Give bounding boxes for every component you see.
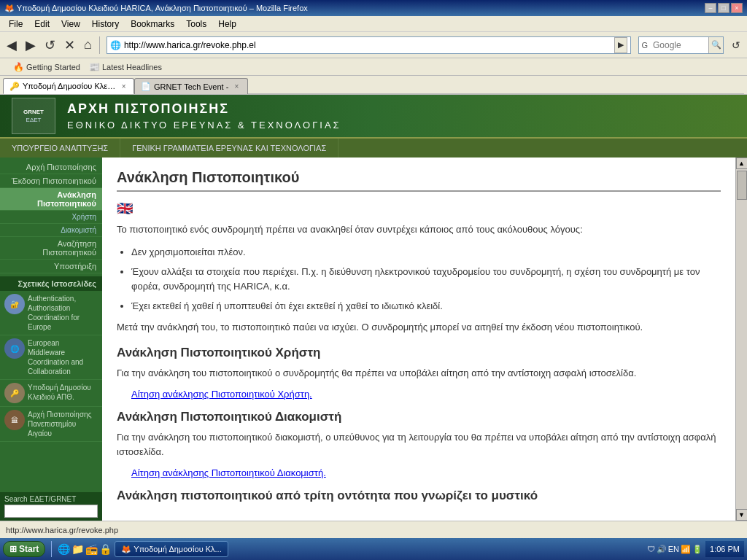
home-button[interactable]: ⌂ xyxy=(80,35,96,55)
stop-button[interactable]: ✕ xyxy=(61,35,79,55)
headlines-icon: 📰 xyxy=(89,62,100,72)
main-content: Ανάκληση Πιστοποιητικού 🇬🇧 Το πιστοποιητ… xyxy=(102,158,735,521)
taskbar-icon-media: 📻 xyxy=(85,543,98,555)
bookmarks-bar: 🔥 Getting Started 📰 Latest Headlines xyxy=(0,58,747,76)
related-item-2[interactable]: 🔑 Υποδομή Δημοσίου Κλειδιού ΑΠΘ. xyxy=(0,380,102,407)
tab-0-close[interactable]: × xyxy=(120,81,128,91)
refresh-icon[interactable]: ↺ xyxy=(728,35,744,55)
maximize-button[interactable]: □ xyxy=(718,3,729,13)
reload-button[interactable]: ↺ xyxy=(41,35,59,55)
forward-button[interactable]: ▶ xyxy=(22,35,39,55)
sidebar-nav: Αρχή Πιστοποίησης Έκδοση Πιστοποιητικού … xyxy=(0,158,102,276)
site-banner: GRNET ΕΔΕΤ ΑΡΧΗ ΠΙΣΤΟΠΟΙΗΣΗΣ ΕΘΝΙΚΟ ΔΙΚΤ… xyxy=(0,95,747,139)
toolbar-separator xyxy=(99,36,100,54)
tray-icon-3: 📶 xyxy=(681,545,691,554)
sidebar-nav-anaklisi[interactable]: Ανάκληση Πιστοποιητικού xyxy=(0,188,102,211)
sidebar-nav-anazitisi[interactable]: Αναζήτηση Πιστοποιητικού xyxy=(0,237,102,260)
taskbar-icon-folder: 📁 xyxy=(71,543,84,555)
reason-1: Έχουν αλλάξει τα στοιχεία που περιέχει. … xyxy=(131,265,721,295)
related-section-title: Σχετικές Ιστοσελίδες xyxy=(0,276,102,291)
related-item-0[interactable]: 🔐 Authentication, Authorisation Coordina… xyxy=(0,291,102,335)
taskbar-icon-other: 🔒 xyxy=(99,543,112,555)
titlebar-controls[interactable]: – □ × xyxy=(705,3,743,13)
sidebar-nav-xristi[interactable]: Χρήστη xyxy=(0,211,102,224)
tray-icon-4: 🔋 xyxy=(692,545,703,554)
tab-1-close[interactable]: × xyxy=(231,82,241,92)
subnav-secretariat[interactable]: ΓΕΝΙΚΗ ΓΡΑΜΜΑΤΕΙΑ ΕΡΕΥΝΑΣ ΚΑΙ ΤΕΧΝΟΛΟΓΙΑ… xyxy=(120,139,338,158)
taskbar-firefox[interactable]: 🦊 Υποδομή Δημοσίου Κλ... xyxy=(115,541,228,557)
menu-help[interactable]: Help xyxy=(212,18,242,31)
address-input[interactable] xyxy=(124,40,615,50)
website-area: GRNET ΕΔΕΤ ΑΡΧΗ ΠΙΣΤΟΠΟΙΗΣΗΣ ΕΘΝΙΚΟ ΔΙΚΤ… xyxy=(0,95,747,521)
page-icon: 🌐 xyxy=(110,40,121,50)
user-revoke-link[interactable]: Αίτηση ανάκλησης Πιστοποιητικού Χρήστη. xyxy=(131,389,721,400)
subnav-ministry[interactable]: ΥΠΟΥΡΓΕΙΟ ΑΝΑΠΤΥΞΗΣ xyxy=(0,139,120,158)
user-section-text: Για την ανάκληση του πιστοποιητικού ο συ… xyxy=(117,366,721,381)
menubar: File Edit View History Bookmarks Tools H… xyxy=(0,16,747,32)
search-input[interactable] xyxy=(650,40,708,50)
sidebar-search-input[interactable] xyxy=(4,505,98,518)
tabbar: 🔑 Υποδομή Δημοσίου Κλειδιού HARI... × 📄 … xyxy=(0,76,747,95)
intro-text: Το πιστοποιητικό ενός συνδρομητή πρέπει … xyxy=(117,222,721,238)
sidebar-nav-diakomistis[interactable]: Διακομιστή xyxy=(0,224,102,237)
tab-0[interactable]: 🔑 Υποδομή Δημοσίου Κλειδιού HARI... × xyxy=(3,78,134,94)
address-bar: 🌐 ▶ xyxy=(107,36,632,54)
scroll-down[interactable]: ▼ xyxy=(736,509,748,521)
server-section-title: Ανάκληση Πιστοποιητικού Διακομιστή xyxy=(117,410,721,424)
scroll-up[interactable]: ▲ xyxy=(736,158,748,169)
reason-2: Έχει εκτεθεί ή χαθεί ή υποπτευθεί ότι έχ… xyxy=(131,299,721,314)
related-item-3[interactable]: 🏛 Αρχή Πιστοποίησης Πανεπιστημίου Αιγαίο… xyxy=(0,407,102,442)
tray-lang: EN xyxy=(668,545,679,553)
start-button[interactable]: ⊞ Start xyxy=(3,541,45,557)
sidebar-search: Search ΕΔΕΤ/GRNET xyxy=(0,492,102,521)
after-revoke-text: Μετά την ανάκλησή του, το πιστοποιητικό … xyxy=(117,320,721,335)
start-icon: ⊞ xyxy=(9,544,17,554)
sys-tray: 🛡 🔊 EN 📶 🔋 xyxy=(647,545,703,554)
search-engine-icon: G xyxy=(639,41,650,50)
menu-view[interactable]: View xyxy=(55,18,86,31)
sidebar-nav-ekdosi[interactable]: Έκδοση Πιστοποιητικού xyxy=(0,174,102,188)
bookmark-getting-started[interactable]: 🔥 Getting Started xyxy=(10,61,83,73)
menu-edit[interactable]: Edit xyxy=(28,18,55,31)
banner-title: ΑΡΧΗ ΠΙΣΤΟΠΟΙΗΣΗΣ ΕΘΝΙΚΟ ΔΙΚΤΥΟ ΕΡΕΥΝΑΣ … xyxy=(67,100,341,131)
server-revoke-link[interactable]: Αίτηση ανάκλησης Πιστοποιητικού Διακομισ… xyxy=(131,467,721,478)
toolbar: ◀ ▶ ↺ ✕ ⌂ 🌐 ▶ G 🔍 ↺ xyxy=(0,32,747,58)
search-bar: G 🔍 xyxy=(638,36,724,54)
user-section-title: Ανάκληση Πιστοποιητικού Χρήστη xyxy=(117,346,721,360)
reasons-list: Δεν χρησιμοποιείται πλέον. Έχουν αλλάξει… xyxy=(131,245,721,314)
taskbar-icon-ie: 🌐 xyxy=(58,543,70,555)
go-button[interactable]: ▶ xyxy=(614,37,627,53)
close-button[interactable]: × xyxy=(731,3,743,13)
sidebar-nav-arxi[interactable]: Αρχή Πιστοποίησης xyxy=(0,160,102,174)
related-item-1[interactable]: 🌐 European Middleware Coordination and C… xyxy=(0,335,102,380)
bookmark-latest-headlines[interactable]: 📰 Latest Headlines xyxy=(86,61,165,73)
content-title: Ανάκληση Πιστοποιητικού xyxy=(117,169,721,186)
menu-history[interactable]: History xyxy=(86,18,125,31)
reason-0: Δεν χρησιμοποιείται πλέον. xyxy=(131,245,721,260)
menu-bookmarks[interactable]: Bookmarks xyxy=(125,18,180,31)
menu-file[interactable]: File xyxy=(3,18,28,31)
titlebar-title: 🦊 Υποδομή Δημοσίου Κλειδιού HARICA, Ανάκ… xyxy=(4,4,308,13)
related-icon-3: 🏛 xyxy=(4,410,25,430)
tab-1[interactable]: 📄 GRNET Tech Event - × xyxy=(134,78,248,94)
back-button[interactable]: ◀ xyxy=(3,35,20,55)
sidebar-nav-ypositiriksi[interactable]: Υποστήριξη xyxy=(0,260,102,273)
firefox-icon: 🦊 xyxy=(4,4,15,12)
menu-tools[interactable]: Tools xyxy=(180,18,212,31)
search-submit-button[interactable]: 🔍 xyxy=(708,37,723,53)
scroll-thumb[interactable] xyxy=(737,171,747,200)
tab-0-icon: 🔑 xyxy=(9,82,20,91)
related-icon-1: 🌐 xyxy=(4,338,25,359)
statusbar: http://www.harica.gr/revoke.php xyxy=(0,521,747,538)
clock: 1:06 PM xyxy=(705,541,744,557)
uk-flag-icon: 🇬🇧 xyxy=(117,201,721,217)
sidebar: Αρχή Πιστοποίησης Έκδοση Πιστοποιητικού … xyxy=(0,158,102,521)
getting-started-icon: 🔥 xyxy=(13,62,24,72)
taskbar-firefox-icon: 🦊 xyxy=(121,545,131,554)
minimize-button[interactable]: – xyxy=(705,3,716,13)
third-party-title: Ανάκληση πιστοποιητικού από τρίτη οντότη… xyxy=(117,489,721,503)
tab-1-icon: 📄 xyxy=(141,82,151,91)
titlebar: 🦊 Υποδομή Δημοσίου Κλειδιού HARICA, Ανάκ… xyxy=(0,0,747,16)
server-section-text: Για την ανάκληση του πιστοποιητικού διακ… xyxy=(117,430,721,461)
statusbar-url: http://www.harica.gr/revoke.php xyxy=(6,526,741,534)
